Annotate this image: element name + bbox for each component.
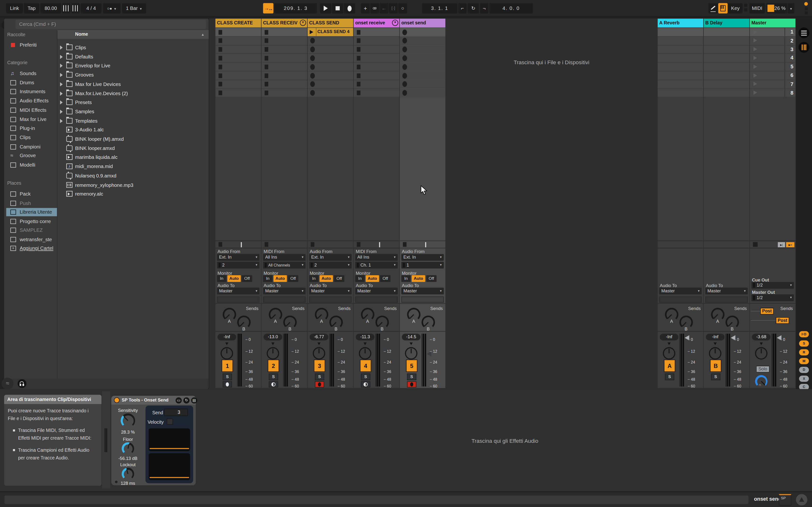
monitor-off-button[interactable]: Off bbox=[288, 275, 298, 282]
view-toggle-r[interactable]: R bbox=[799, 349, 809, 355]
monitor-in-button[interactable]: In bbox=[355, 275, 365, 282]
solo-button[interactable]: S bbox=[361, 374, 370, 380]
pan-knob[interactable] bbox=[709, 347, 721, 359]
master-solo-button[interactable]: Solo bbox=[756, 366, 770, 373]
track-fold-icon[interactable]: ▼ bbox=[300, 19, 306, 26]
clip-slot[interactable] bbox=[308, 37, 353, 45]
track-header-class-create[interactable]: CLASS CREATE bbox=[215, 18, 261, 27]
view-toggle-m[interactable]: M bbox=[799, 358, 809, 364]
scene-play-icon[interactable] bbox=[754, 38, 757, 43]
clip-slot[interactable] bbox=[215, 28, 261, 36]
io-to-menu[interactable]: Master▼ bbox=[401, 288, 444, 294]
slot-record-icon[interactable] bbox=[402, 73, 407, 78]
track-activator-5[interactable]: 5 bbox=[406, 359, 417, 372]
clip-slot[interactable] bbox=[400, 89, 445, 97]
clip-slot[interactable] bbox=[308, 45, 353, 54]
track-header-b-delay[interactable]: B Delay bbox=[704, 18, 749, 27]
slot-stop-icon[interactable] bbox=[218, 82, 222, 87]
volume-value[interactable]: -3.68 bbox=[752, 334, 770, 340]
clip-slot[interactable] bbox=[261, 89, 307, 97]
pan-knob[interactable] bbox=[359, 347, 371, 359]
clip-slot[interactable] bbox=[308, 71, 353, 80]
slot-stop-icon[interactable] bbox=[218, 64, 222, 69]
volume-value[interactable]: -Inf bbox=[706, 334, 724, 340]
io-to-menu[interactable]: Master▼ bbox=[263, 288, 306, 294]
monitor-auto-button[interactable]: Auto bbox=[412, 275, 425, 282]
clip-slot[interactable] bbox=[354, 71, 400, 80]
clip-stop-row[interactable] bbox=[658, 240, 703, 248]
clip-slot[interactable] bbox=[215, 37, 261, 45]
solo-button[interactable]: S bbox=[665, 374, 674, 380]
track-stop-button[interactable] bbox=[357, 242, 360, 247]
pan-knob[interactable] bbox=[755, 347, 767, 359]
io-from-menu[interactable]: All Ins▼ bbox=[263, 254, 306, 261]
pan-knob[interactable] bbox=[313, 347, 325, 359]
clip-slot[interactable] bbox=[354, 37, 400, 45]
track-header-a-reverb[interactable]: A Reverb bbox=[658, 18, 703, 27]
slot-record-icon[interactable] bbox=[310, 90, 315, 96]
arrangement-view-selector[interactable] bbox=[799, 27, 809, 38]
arm-button[interactable] bbox=[269, 381, 278, 388]
arm-button[interactable] bbox=[407, 381, 416, 388]
slot-stop-icon[interactable] bbox=[218, 56, 222, 60]
solo-button[interactable]: S bbox=[407, 374, 416, 380]
slot-record-icon[interactable] bbox=[402, 47, 407, 52]
slot-stop-icon[interactable] bbox=[218, 73, 222, 78]
volume-value[interactable]: -11.3 bbox=[356, 334, 374, 340]
slot-stop-icon[interactable] bbox=[218, 47, 222, 52]
scene-slot-7[interactable]: 7 bbox=[750, 80, 796, 89]
slot-stop-icon[interactable] bbox=[265, 64, 268, 69]
slot-stop-icon[interactable] bbox=[265, 91, 268, 95]
clip-slot[interactable] bbox=[400, 28, 445, 36]
clip-slot[interactable] bbox=[261, 28, 307, 36]
clip-slot[interactable] bbox=[261, 80, 307, 89]
clip-slot[interactable] bbox=[354, 89, 400, 97]
clip-slot[interactable] bbox=[215, 45, 261, 54]
monitor-off-button[interactable]: Off bbox=[426, 275, 437, 282]
view-toggle-x[interactable]: X bbox=[799, 376, 809, 382]
monitor-off-button[interactable]: Off bbox=[242, 275, 252, 282]
monitor-off-button[interactable]: Off bbox=[334, 275, 344, 282]
return-activator-A[interactable]: A bbox=[664, 359, 675, 372]
clip-slot[interactable] bbox=[261, 71, 307, 80]
io-to-menu[interactable]: Master▼ bbox=[217, 288, 260, 294]
scene-slot-3[interactable]: 3 bbox=[750, 45, 796, 54]
session-view-selector[interactable] bbox=[799, 42, 809, 53]
track-fold-icon[interactable]: ▼ bbox=[392, 19, 398, 26]
sensitivity-knob[interactable] bbox=[120, 413, 135, 428]
clip-slot[interactable] bbox=[400, 54, 445, 62]
slot-record-icon[interactable] bbox=[402, 64, 407, 70]
io-channel-menu[interactable]: 2▼ bbox=[309, 262, 352, 269]
back-to-arrangement-alt-button[interactable]: ▶| bbox=[778, 242, 785, 247]
clip-stop-row[interactable] bbox=[261, 240, 307, 248]
io-channel-menu[interactable]: All Channels▼ bbox=[263, 262, 306, 269]
io-from-menu[interactable]: Ext. In▼ bbox=[309, 254, 352, 261]
io-to-menu[interactable]: Master▼ bbox=[705, 288, 748, 294]
slot-stop-icon[interactable] bbox=[357, 30, 360, 34]
clip-slot[interactable] bbox=[215, 54, 261, 62]
slot-record-icon[interactable] bbox=[402, 81, 407, 87]
hot-swap-icon[interactable]: ↻ bbox=[184, 397, 190, 403]
arm-button[interactable] bbox=[315, 381, 324, 388]
pan-knob[interactable] bbox=[221, 347, 233, 359]
clip-slot[interactable] bbox=[261, 54, 307, 62]
view-toggle-i-o[interactable]: I·O bbox=[799, 331, 809, 337]
monitor-auto-button[interactable]: Auto bbox=[319, 275, 333, 282]
monitor-auto-button[interactable]: Auto bbox=[227, 275, 241, 282]
device-map-icon[interactable]: ▭ bbox=[175, 397, 182, 403]
clip-slot[interactable] bbox=[308, 89, 353, 97]
scene-slot-4[interactable]: 4 bbox=[750, 54, 796, 62]
clip-slot[interactable] bbox=[308, 80, 353, 89]
io-from-menu[interactable]: Ext. In▼ bbox=[401, 254, 444, 261]
toggle-detail-view-button[interactable] bbox=[796, 494, 807, 505]
scene-play-icon[interactable] bbox=[754, 56, 757, 60]
io-to-menu[interactable]: Master▼ bbox=[355, 288, 398, 294]
volume-value[interactable]: -6.77 bbox=[310, 334, 328, 340]
send-value-field[interactable]: 3 bbox=[164, 409, 188, 416]
scene-play-icon[interactable] bbox=[754, 91, 757, 95]
io-channel-menu[interactable]: Ch. 1▼ bbox=[355, 262, 398, 269]
slot-record-icon[interactable] bbox=[402, 38, 407, 44]
scene-slot-1[interactable]: 1 bbox=[750, 28, 796, 36]
monitor-in-button[interactable]: In bbox=[401, 275, 411, 282]
slot-stop-icon[interactable] bbox=[265, 56, 268, 60]
